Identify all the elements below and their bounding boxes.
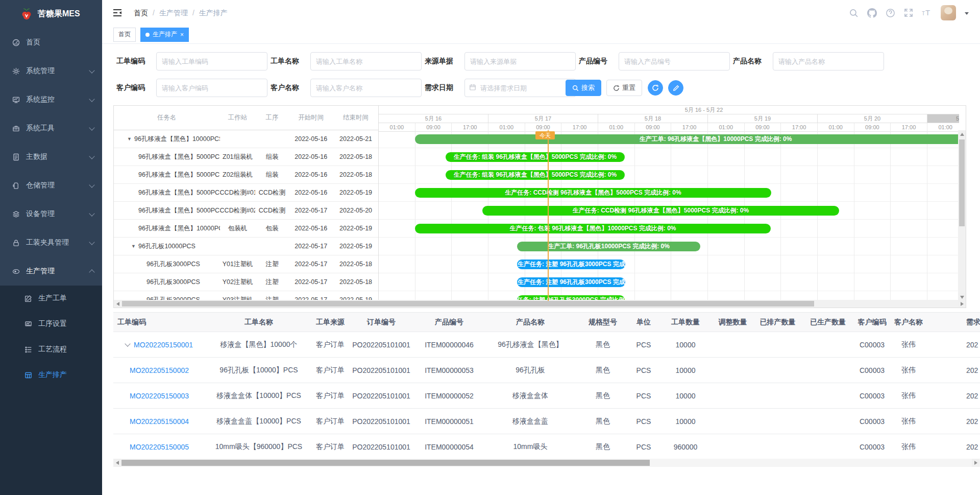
sidebar-item-系统管理[interactable]: 系统管理	[0, 57, 102, 85]
filter-input-客户名称[interactable]	[310, 79, 422, 97]
breadcrumb-item[interactable]: 生产排产	[199, 9, 228, 18]
filter-input-工单编码[interactable]	[156, 52, 267, 70]
gantt-task-row[interactable]: 96孔移液盒【黑色】5000PCSZ02组装机组装2022-05-162022-…	[114, 166, 378, 184]
work-order-link[interactable]: MO202205150003	[130, 392, 189, 400]
topbar-search-button[interactable]	[849, 8, 859, 18]
work-order-link[interactable]: MO202205150002	[130, 366, 189, 374]
gantt-bar[interactable]: 生产工单: 96孔孔板10000PCS 完成比例: 0%	[517, 242, 700, 251]
topbar-fontsize-button[interactable]: TT	[922, 8, 932, 17]
filter-field-需求日期: 需求日期	[425, 79, 579, 97]
app-logo[interactable]: 苦糖果MES	[0, 0, 102, 28]
filter-input-产品名称[interactable]	[773, 52, 884, 70]
work-order-link[interactable]: MO202205150001	[134, 341, 193, 349]
gantt-vscroll-thumb[interactable]	[959, 139, 965, 226]
topbar-github-button[interactable]	[867, 8, 877, 18]
avatar-dropdown-caret[interactable]	[965, 12, 969, 17]
breadcrumb-item[interactable]: 生产管理	[159, 9, 188, 18]
gantt-vscrollbar[interactable]	[958, 130, 966, 301]
table-row[interactable]: MO20220515000296孔孔板【10000】PCS客户订单PO20220…	[113, 358, 980, 383]
menu-fold-icon[interactable]	[112, 8, 122, 18]
table-hscroll-thumb[interactable]	[121, 460, 650, 466]
gantt-bar[interactable]: 生产任务: 注塑 96孔孔板3000PCS 完成比例: 0%	[517, 277, 625, 287]
submenu-item-工序设置[interactable]: 工序设置	[0, 311, 102, 337]
table-row[interactable]: MO202205150003移液盒盒体【10000】PCS客户订单PO20220…	[113, 383, 980, 409]
close-icon[interactable]: ×	[180, 32, 184, 38]
table-row[interactable]: MO20220515000510mm吸头【960000】PCS客户订单PO202…	[113, 434, 980, 460]
task-name-text: 96孔移液盒【黑色】5000PCS	[138, 171, 220, 178]
gantt-task-row[interactable]: 96孔移液盒【黑色】10000PCS包装机包装2022-05-162022-05…	[114, 220, 378, 238]
refresh-round-button[interactable]	[648, 80, 663, 96]
work-order-link[interactable]: MO202205150005	[130, 443, 189, 451]
table-cell	[713, 358, 753, 383]
document-icon	[12, 153, 20, 161]
gantt-task-row[interactable]: 96孔移液盒【黑色】5000PCSZ01组装机组装2022-05-162022-…	[114, 148, 378, 166]
avatar[interactable]	[941, 5, 956, 20]
filter-input-来源单据[interactable]	[464, 52, 576, 70]
sidebar-item-仓储管理[interactable]: 仓储管理	[0, 171, 102, 200]
sidebar-item-工装夹具管理[interactable]: 工装夹具管理	[0, 228, 102, 257]
gantt-start-date: 2022-05-16	[288, 171, 333, 178]
table-cell: 客户订单	[312, 409, 348, 434]
gantt-bar[interactable]: 生产任务: 组装 96孔移液盒【黑色】5000PCS 完成比例: 0%	[446, 170, 625, 180]
monitor-icon	[12, 96, 20, 104]
table-cell	[753, 434, 802, 459]
table-cell: 张伟	[891, 434, 926, 459]
table-col-header: 规格型号	[577, 313, 629, 332]
demand-date-input[interactable]	[464, 79, 576, 97]
sidebar-item-生产管理[interactable]: 生产管理	[0, 257, 102, 286]
sidebar-item-系统监控[interactable]: 系统监控	[0, 85, 102, 114]
sidebar-item-首页[interactable]: 首页	[0, 28, 102, 57]
topbar-fullscreen-button[interactable]	[904, 8, 913, 17]
scroll-right-arrow[interactable]	[958, 300, 966, 308]
gantt-task-row[interactable]: 96孔移液盒【黑色】5000PCSCCD检测#01CCD检测2022-05-16…	[114, 184, 378, 202]
sidebar-item-主数据[interactable]: 主数据	[0, 143, 102, 171]
gantt-bar[interactable]: 生产任务: CCD检测 96孔移液盒【黑色】5000PCS 完成比例: 0%	[415, 188, 771, 198]
scroll-left-arrow[interactable]	[114, 300, 121, 308]
filter-input-产品编号[interactable]	[619, 52, 730, 70]
gantt-process: 注塑	[255, 260, 288, 269]
scroll-up-arrow[interactable]	[958, 130, 966, 138]
table-cell	[802, 434, 853, 459]
submenu-item-生产工单[interactable]: 生产工单	[0, 286, 102, 311]
gantt-hscroll-thumb[interactable]	[122, 301, 814, 307]
gantt-process: 组装	[255, 153, 288, 161]
gantt-task-row[interactable]: 96孔移液盒【黑色】5000PCSCCD检测#02CCD检测2022-05-17…	[114, 202, 378, 220]
topbar-help-button[interactable]	[886, 8, 895, 18]
edit-round-button[interactable]	[668, 80, 683, 96]
gantt-bar[interactable]: 生产任务: CCD检测 96孔移液盒【黑色】5000PCS 完成比例: 0%	[482, 206, 839, 216]
tab-生产排产[interactable]: 生产排产×	[140, 28, 189, 42]
table-cell	[713, 383, 753, 408]
breadcrumb-item[interactable]: 首页	[134, 9, 148, 18]
reset-button[interactable]: 重置	[606, 80, 642, 96]
table-row[interactable]: MO202205150001移液盒【黑色】10000个客户订单PO2022051…	[113, 332, 980, 358]
scroll-left-arrow[interactable]	[113, 459, 121, 467]
table-row[interactable]: MO202205150004移液盒盒盖【10000】PCS客户订单PO20220…	[113, 409, 980, 434]
submenu-item-label: 生产工单	[38, 294, 67, 303]
sidebar-item-系统工具[interactable]: 系统工具	[0, 114, 102, 143]
gantt-bar[interactable]: 生产任务: 注塑 96孔孔板3000PCS 完成比例: 0%	[517, 260, 625, 269]
submenu-item-工艺流程[interactable]: 工艺流程	[0, 337, 102, 362]
eye-icon	[12, 268, 20, 275]
filter-input-工单名称[interactable]	[310, 52, 422, 70]
gantt-task-row[interactable]: ▼96孔孔板10000PCS2022-05-172022-05-19	[114, 238, 378, 255]
tab-首页[interactable]: 首页	[113, 28, 136, 42]
gantt-bar[interactable]: 生产工单: 96孔移液盒【黑色】10000PCS 完成比例: 0%	[415, 134, 959, 144]
topbar: 首页/生产管理/生产排产 TT	[102, 0, 980, 26]
search-button[interactable]: 搜索	[566, 80, 601, 96]
gantt-task-row[interactable]: 96孔孔板3000PCSY01注塑机注塑2022-05-172022-05-18	[114, 255, 378, 273]
caret-down-icon[interactable]: ▼	[131, 244, 136, 249]
submenu-item-生产排产[interactable]: 生产排产	[0, 362, 102, 388]
work-order-link[interactable]: MO202205150004	[130, 417, 189, 426]
scroll-right-arrow[interactable]	[972, 459, 979, 467]
gantt-bar[interactable]: 生产任务: 包装 96孔移液盒【黑色】10000PCS 完成比例: 0%	[415, 224, 771, 233]
table-hscrollbar[interactable]	[113, 459, 980, 467]
gantt-bar[interactable]: 生产任务: 组装 96孔移液盒【黑色】5000PCS 完成比例: 0%	[446, 152, 625, 162]
gantt-task-row[interactable]: ▼96孔移液盒【黑色】10000PCS2022-05-162022-05-21	[114, 130, 378, 148]
filter-input-客户编码[interactable]	[156, 79, 267, 97]
caret-down-icon[interactable]: ▼	[127, 136, 132, 142]
table-cell: 张伟	[891, 383, 926, 408]
sidebar-item-设备管理[interactable]: 设备管理	[0, 200, 102, 228]
gantt-task-row[interactable]: 96孔孔板3000PCSY02注塑机注塑2022-05-172022-05-18	[114, 273, 378, 291]
gantt-hscrollbar[interactable]	[114, 300, 966, 308]
chevron-down-icon[interactable]	[125, 341, 130, 346]
